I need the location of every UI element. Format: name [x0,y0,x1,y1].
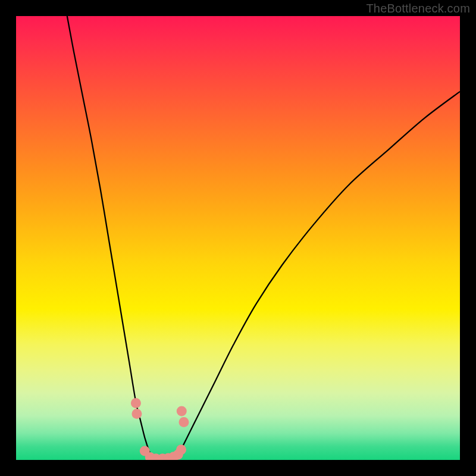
valley-markers-group [131,398,189,460]
valley-marker [176,444,186,455]
plot-area [16,16,460,460]
valley-marker [177,406,187,416]
chart-svg [16,16,460,460]
left-curve-path [67,16,154,460]
watermark-text: TheBottleneck.com [366,2,470,15]
valley-marker [178,417,189,427]
valley-marker [131,409,142,419]
chart-frame: TheBottleneck.com [0,0,476,476]
right-curve-path [176,92,460,460]
valley-marker [131,398,141,408]
